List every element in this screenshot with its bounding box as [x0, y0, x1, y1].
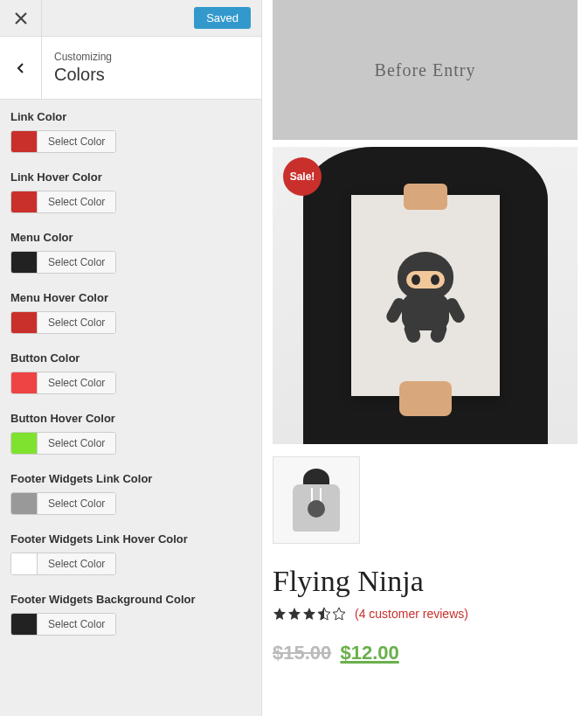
- star-icon: [317, 607, 331, 621]
- control-button_hover_color: Button Hover ColorSelect Color: [10, 412, 251, 456]
- controls-list: Link ColorSelect ColorLink Hover ColorSe…: [0, 100, 261, 716]
- select-color-label: Select Color: [38, 493, 115, 514]
- select-color-label: Select Color: [38, 433, 115, 454]
- color-picker-link_hover_color[interactable]: Select Color: [10, 191, 116, 213]
- color-picker-button_color[interactable]: Select Color: [10, 372, 116, 394]
- star-icon: [332, 607, 346, 621]
- hand-top: [404, 184, 447, 210]
- customizer-sidebar: Saved Customizing Colors Link ColorSelec…: [0, 0, 262, 716]
- product-main-image[interactable]: Sale!: [273, 147, 578, 444]
- section-title-wrap: Customizing Colors: [42, 37, 261, 99]
- color-swatch: [11, 614, 38, 635]
- color-swatch: [11, 191, 38, 212]
- price-old: $15.00: [273, 642, 331, 664]
- price: $15.00 $12.00: [273, 642, 578, 664]
- product-title: Flying Ninja: [273, 565, 578, 598]
- control-label: Link Color: [10, 110, 251, 123]
- poster: [351, 195, 500, 396]
- select-color-label: Select Color: [38, 614, 115, 635]
- product-thumbnail[interactable]: [273, 456, 360, 544]
- control-label: Footer Widgets Background Color: [10, 593, 251, 606]
- color-picker-menu_color[interactable]: Select Color: [10, 251, 116, 274]
- select-color-label: Select Color: [38, 372, 115, 393]
- color-picker-button_hover_color[interactable]: Select Color: [10, 432, 116, 455]
- poster-holder: [273, 147, 578, 444]
- color-picker-footer_widgets_link_color[interactable]: Select Color: [10, 492, 116, 515]
- price-new: $12.00: [340, 642, 398, 664]
- star-icon: [302, 607, 316, 621]
- before-entry-banner: Before Entry: [273, 0, 578, 140]
- color-swatch: [11, 312, 38, 333]
- control-label: Footer Widgets Link Hover Color: [10, 532, 251, 546]
- customizer-topbar: Saved: [0, 0, 261, 37]
- rating-row: (4 customer reviews): [273, 607, 578, 621]
- select-color-label: Select Color: [38, 553, 115, 574]
- star-rating: [273, 607, 346, 621]
- color-picker-link_color[interactable]: Select Color: [10, 130, 116, 153]
- select-color-label: Select Color: [38, 131, 115, 152]
- close-button[interactable]: [0, 0, 42, 36]
- ninja-graphic: [386, 252, 465, 339]
- color-picker-menu_hover_color[interactable]: Select Color: [10, 311, 116, 334]
- sale-badge: Sale!: [283, 157, 322, 196]
- color-swatch: [11, 372, 38, 393]
- control-menu_hover_color: Menu Hover ColorSelect Color: [10, 291, 251, 336]
- preview-pane: Before Entry Sale!: [262, 0, 588, 716]
- control-footer_widgets_link_color: Footer Widgets Link ColorSelect Color: [10, 472, 251, 517]
- breadcrumb: Customizing: [54, 51, 249, 63]
- control-link_hover_color: Link Hover ColorSelect Color: [10, 170, 251, 215]
- color-swatch: [11, 553, 38, 574]
- hand-bottom: [399, 381, 452, 416]
- color-swatch: [11, 433, 38, 454]
- section-header: Customizing Colors: [0, 37, 261, 100]
- close-icon: [14, 11, 28, 25]
- select-color-label: Select Color: [38, 252, 115, 273]
- star-icon: [287, 607, 301, 621]
- control-label: Footer Widgets Link Color: [10, 472, 251, 485]
- color-picker-footer_widgets_background_color[interactable]: Select Color: [10, 613, 116, 636]
- control-button_color: Button ColorSelect Color: [10, 351, 251, 396]
- control-menu_color: Menu ColorSelect Color: [10, 231, 251, 275]
- control-label: Link Hover Color: [10, 170, 251, 184]
- control-footer_widgets_background_color: Footer Widgets Background ColorSelect Co…: [10, 593, 251, 637]
- control-label: Button Hover Color: [10, 412, 251, 425]
- hoodie-graphic: [289, 469, 343, 532]
- page-title: Colors: [54, 65, 249, 85]
- control-label: Menu Hover Color: [10, 291, 251, 304]
- reviews-link[interactable]: (4 customer reviews): [355, 607, 468, 621]
- color-swatch: [11, 493, 38, 514]
- color-swatch: [11, 252, 38, 273]
- control-label: Menu Color: [10, 231, 251, 244]
- control-footer_widgets_link_hover_color: Footer Widgets Link Hover ColorSelect Co…: [10, 532, 251, 577]
- back-button[interactable]: [0, 37, 42, 99]
- select-color-label: Select Color: [38, 312, 115, 333]
- chevron-left-icon: [16, 63, 26, 73]
- color-swatch: [11, 131, 38, 152]
- star-icon: [273, 607, 287, 621]
- topbar-actions: Saved: [42, 0, 261, 36]
- select-color-label: Select Color: [38, 191, 115, 212]
- control-link_color: Link ColorSelect Color: [10, 110, 251, 155]
- color-picker-footer_widgets_link_hover_color[interactable]: Select Color: [10, 553, 116, 575]
- saved-button[interactable]: Saved: [194, 7, 251, 29]
- control-label: Button Color: [10, 351, 251, 365]
